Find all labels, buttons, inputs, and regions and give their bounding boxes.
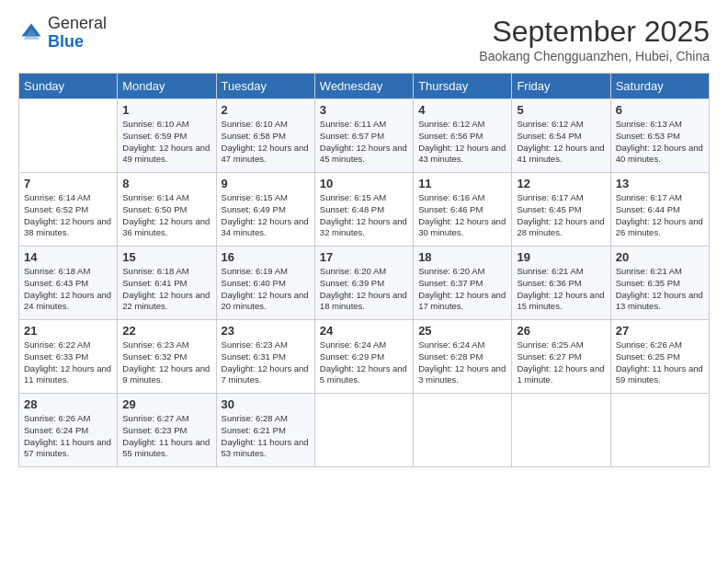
calendar-week-row: 28Sunrise: 6:26 AMSunset: 6:24 PMDayligh… <box>19 394 710 467</box>
calendar-cell: 11Sunrise: 6:16 AMSunset: 6:46 PMDayligh… <box>414 173 512 247</box>
day-info: Sunrise: 6:19 AMSunset: 6:40 PMDaylight:… <box>222 266 310 313</box>
day-number: 24 <box>320 324 408 338</box>
day-number: 3 <box>320 103 408 117</box>
calendar-cell: 28Sunrise: 6:26 AMSunset: 6:24 PMDayligh… <box>19 394 118 467</box>
day-number: 19 <box>517 250 605 264</box>
day-info: Sunrise: 6:21 AMSunset: 6:35 PMDaylight:… <box>616 266 704 313</box>
day-number: 11 <box>418 177 506 190</box>
weekday-header: Friday <box>512 74 610 99</box>
day-number: 14 <box>24 250 112 264</box>
calendar-cell: 23Sunrise: 6:23 AMSunset: 6:31 PMDayligh… <box>216 320 314 394</box>
day-info: Sunrise: 6:11 AMSunset: 6:57 PMDaylight:… <box>320 119 408 166</box>
calendar-cell: 2Sunrise: 6:10 AMSunset: 6:58 PMDaylight… <box>216 99 314 173</box>
day-info: Sunrise: 6:27 AMSunset: 6:23 PMDaylight:… <box>122 413 210 460</box>
day-number: 15 <box>122 250 210 264</box>
day-info: Sunrise: 6:17 AMSunset: 6:44 PMDaylight:… <box>616 192 704 239</box>
day-number: 27 <box>616 324 704 338</box>
day-number: 1 <box>122 103 210 117</box>
calendar-cell: 20Sunrise: 6:21 AMSunset: 6:35 PMDayligh… <box>610 247 709 320</box>
day-number: 17 <box>320 250 408 264</box>
calendar-cell: 12Sunrise: 6:17 AMSunset: 6:45 PMDayligh… <box>512 173 610 247</box>
day-number: 12 <box>517 177 605 190</box>
day-info: Sunrise: 6:20 AMSunset: 6:39 PMDaylight:… <box>320 266 408 313</box>
day-number: 2 <box>222 103 310 117</box>
day-number: 4 <box>418 103 506 117</box>
day-number: 25 <box>418 324 506 338</box>
day-number: 9 <box>222 177 310 190</box>
weekday-header: Sunday <box>19 74 118 99</box>
calendar-cell <box>314 394 413 467</box>
calendar-week-row: 21Sunrise: 6:22 AMSunset: 6:33 PMDayligh… <box>19 320 710 394</box>
calendar-cell: 19Sunrise: 6:21 AMSunset: 6:36 PMDayligh… <box>512 247 610 320</box>
day-number: 16 <box>222 250 310 264</box>
day-number: 10 <box>320 177 408 190</box>
day-number: 23 <box>222 324 310 338</box>
day-number: 22 <box>122 324 210 338</box>
calendar-cell: 25Sunrise: 6:24 AMSunset: 6:28 PMDayligh… <box>414 320 512 394</box>
day-info: Sunrise: 6:18 AMSunset: 6:41 PMDaylight:… <box>122 266 210 313</box>
calendar-cell <box>610 394 709 467</box>
calendar-cell: 6Sunrise: 6:13 AMSunset: 6:53 PMDaylight… <box>610 99 709 173</box>
calendar-cell <box>512 394 610 467</box>
day-info: Sunrise: 6:16 AMSunset: 6:46 PMDaylight:… <box>418 192 506 239</box>
calendar-cell: 30Sunrise: 6:28 AMSunset: 6:21 PMDayligh… <box>216 394 314 467</box>
logo-text: General Blue <box>48 15 107 52</box>
day-info: Sunrise: 6:23 AMSunset: 6:32 PMDaylight:… <box>122 339 210 386</box>
day-info: Sunrise: 6:21 AMSunset: 6:36 PMDaylight:… <box>517 266 605 313</box>
location-subtitle: Baokang Chengguanzhen, Hubei, China <box>479 49 710 63</box>
logo-icon <box>18 20 44 46</box>
logo-general: General <box>48 14 107 32</box>
day-info: Sunrise: 6:25 AMSunset: 6:27 PMDaylight:… <box>517 339 605 386</box>
page-header: General Blue September 2025 Baokang Chen… <box>18 15 710 63</box>
day-info: Sunrise: 6:15 AMSunset: 6:49 PMDaylight:… <box>222 192 310 239</box>
calendar-cell <box>414 394 512 467</box>
day-number: 26 <box>517 324 605 338</box>
calendar-cell: 16Sunrise: 6:19 AMSunset: 6:40 PMDayligh… <box>216 247 314 320</box>
calendar-cell: 13Sunrise: 6:17 AMSunset: 6:44 PMDayligh… <box>610 173 709 247</box>
day-info: Sunrise: 6:10 AMSunset: 6:59 PMDaylight:… <box>122 119 210 166</box>
calendar-cell: 10Sunrise: 6:15 AMSunset: 6:48 PMDayligh… <box>314 173 413 247</box>
logo: General Blue <box>18 15 107 52</box>
calendar-header-row: SundayMondayTuesdayWednesdayThursdayFrid… <box>19 74 710 99</box>
day-info: Sunrise: 6:22 AMSunset: 6:33 PMDaylight:… <box>24 339 112 386</box>
calendar-cell: 26Sunrise: 6:25 AMSunset: 6:27 PMDayligh… <box>512 320 610 394</box>
day-info: Sunrise: 6:14 AMSunset: 6:50 PMDaylight:… <box>122 192 210 239</box>
logo-blue: Blue <box>48 32 84 51</box>
calendar-table: SundayMondayTuesdayWednesdayThursdayFrid… <box>18 73 710 467</box>
month-year-title: September 2025 <box>479 15 710 49</box>
day-info: Sunrise: 6:12 AMSunset: 6:54 PMDaylight:… <box>517 119 605 166</box>
day-info: Sunrise: 6:20 AMSunset: 6:37 PMDaylight:… <box>418 266 506 313</box>
day-number: 30 <box>222 397 310 411</box>
weekday-header: Monday <box>118 74 216 99</box>
calendar-cell: 21Sunrise: 6:22 AMSunset: 6:33 PMDayligh… <box>19 320 118 394</box>
day-number: 6 <box>616 103 704 117</box>
calendar-week-row: 14Sunrise: 6:18 AMSunset: 6:43 PMDayligh… <box>19 247 710 320</box>
day-info: Sunrise: 6:28 AMSunset: 6:21 PMDaylight:… <box>222 413 310 460</box>
calendar-cell: 14Sunrise: 6:18 AMSunset: 6:43 PMDayligh… <box>19 247 118 320</box>
calendar-cell: 18Sunrise: 6:20 AMSunset: 6:37 PMDayligh… <box>414 247 512 320</box>
calendar-cell: 9Sunrise: 6:15 AMSunset: 6:49 PMDaylight… <box>216 173 314 247</box>
day-info: Sunrise: 6:26 AMSunset: 6:24 PMDaylight:… <box>24 413 112 460</box>
calendar-cell: 8Sunrise: 6:14 AMSunset: 6:50 PMDaylight… <box>118 173 216 247</box>
day-number: 21 <box>24 324 112 338</box>
day-number: 5 <box>517 103 605 117</box>
calendar-cell <box>19 99 118 173</box>
day-info: Sunrise: 6:15 AMSunset: 6:48 PMDaylight:… <box>320 192 408 239</box>
day-info: Sunrise: 6:26 AMSunset: 6:25 PMDaylight:… <box>616 339 704 386</box>
weekday-header: Wednesday <box>314 74 413 99</box>
calendar-week-row: 1Sunrise: 6:10 AMSunset: 6:59 PMDaylight… <box>19 99 710 173</box>
weekday-header: Tuesday <box>216 74 314 99</box>
weekday-header: Thursday <box>414 74 512 99</box>
calendar-cell: 5Sunrise: 6:12 AMSunset: 6:54 PMDaylight… <box>512 99 610 173</box>
calendar-cell: 3Sunrise: 6:11 AMSunset: 6:57 PMDaylight… <box>314 99 413 173</box>
day-info: Sunrise: 6:24 AMSunset: 6:29 PMDaylight:… <box>320 339 408 386</box>
calendar-cell: 29Sunrise: 6:27 AMSunset: 6:23 PMDayligh… <box>118 394 216 467</box>
day-info: Sunrise: 6:17 AMSunset: 6:45 PMDaylight:… <box>517 192 605 239</box>
weekday-header: Saturday <box>610 74 709 99</box>
calendar-cell: 7Sunrise: 6:14 AMSunset: 6:52 PMDaylight… <box>19 173 118 247</box>
day-number: 18 <box>418 250 506 264</box>
day-info: Sunrise: 6:12 AMSunset: 6:56 PMDaylight:… <box>418 119 506 166</box>
calendar-cell: 1Sunrise: 6:10 AMSunset: 6:59 PMDaylight… <box>118 99 216 173</box>
day-info: Sunrise: 6:24 AMSunset: 6:28 PMDaylight:… <box>418 339 506 386</box>
day-info: Sunrise: 6:23 AMSunset: 6:31 PMDaylight:… <box>222 339 310 386</box>
